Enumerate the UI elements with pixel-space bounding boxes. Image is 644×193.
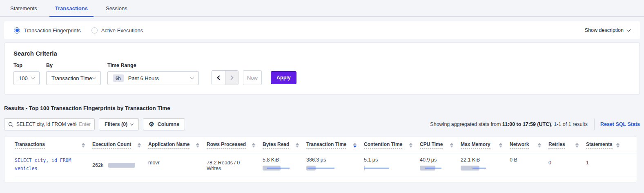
search-criteria-title: Search Criteria bbox=[13, 50, 631, 57]
time-range-group: Time Range 6h Past 6 Hours bbox=[107, 63, 205, 85]
top-select[interactable]: 100 bbox=[13, 71, 40, 85]
sort-icon[interactable] bbox=[450, 143, 453, 148]
column-header-bytes-read[interactable]: Bytes Read bbox=[263, 141, 306, 149]
show-description-label: Show description bbox=[585, 27, 624, 33]
chevron-down-icon bbox=[92, 75, 96, 79]
top-select-value: 100 bbox=[19, 75, 28, 81]
tab-statements[interactable]: Statements bbox=[10, 0, 43, 17]
column-header-transaction-time[interactable]: Transaction Time bbox=[306, 141, 364, 149]
reset-sql-stats-link[interactable]: Reset SQL Stats bbox=[600, 121, 640, 127]
sort-icon[interactable] bbox=[499, 143, 502, 148]
time-range-value: Past 6 Hours bbox=[128, 75, 159, 81]
apply-button[interactable]: Apply bbox=[271, 71, 296, 84]
chevron-down-icon bbox=[190, 75, 194, 79]
tab-sessions[interactable]: Sessions bbox=[100, 0, 133, 17]
search-criteria-controls: Top 100 By Transaction Time Time Range 6… bbox=[13, 63, 631, 85]
sort-icon[interactable] bbox=[616, 143, 619, 148]
chevron-down-icon bbox=[627, 27, 631, 31]
tab-transactions[interactable]: Transactions bbox=[49, 0, 94, 17]
radio-unselected-icon bbox=[91, 27, 98, 34]
sort-icon[interactable] bbox=[82, 143, 85, 148]
application-name-cell: movr bbox=[148, 153, 207, 177]
column-header-network[interactable]: Network bbox=[510, 141, 548, 149]
transactions-table: Transactions Execution Count Application… bbox=[4, 137, 637, 182]
statements-cell: 1 bbox=[586, 153, 627, 177]
retries-cell: 0 bbox=[548, 153, 586, 177]
max-memory-value: 22.1 KiB bbox=[461, 157, 502, 163]
column-header-execution-count[interactable]: Execution Count bbox=[92, 141, 148, 149]
radio-label: Transaction Fingerprints bbox=[24, 27, 81, 34]
stats-suffix: , 1-1 of 1 results bbox=[551, 121, 588, 127]
results-heading: Results - Top 100 Transaction Fingerprin… bbox=[4, 105, 640, 111]
search-box[interactable]: Enter bbox=[4, 118, 95, 130]
show-description-toggle[interactable]: Show description bbox=[585, 27, 630, 33]
sort-icon[interactable] bbox=[538, 143, 541, 148]
radio-transaction-fingerprints[interactable]: Transaction Fingerprints bbox=[14, 27, 81, 34]
search-input[interactable] bbox=[16, 121, 77, 127]
radio-selected-icon bbox=[14, 27, 20, 34]
chevron-down-icon bbox=[130, 122, 134, 125]
bytes-read-cell: 5.8 KiB bbox=[263, 153, 306, 177]
time-range-label: Time Range bbox=[107, 63, 205, 68]
enter-hint: Enter bbox=[79, 121, 91, 127]
now-button[interactable]: Now bbox=[243, 70, 262, 85]
column-header-transactions[interactable]: Transactions bbox=[15, 141, 92, 149]
sort-icon[interactable] bbox=[252, 143, 255, 148]
contention-time-bar bbox=[364, 166, 403, 171]
radio-label: Active Executions bbox=[101, 27, 143, 34]
columns-button[interactable]: Columns bbox=[143, 118, 185, 130]
filters-button[interactable]: Filters (0) bbox=[99, 118, 139, 130]
transaction-time-bar bbox=[306, 166, 345, 171]
network-cell: 0 B bbox=[510, 153, 548, 177]
sort-icon[interactable] bbox=[575, 143, 579, 148]
by-select[interactable]: Transaction Time bbox=[46, 71, 101, 85]
execution-count-cell: 262k bbox=[92, 153, 148, 177]
column-header-contention-time[interactable]: Contention Time bbox=[364, 141, 420, 149]
contention-time-cell: 5.1 µs bbox=[364, 153, 420, 177]
time-window-pager bbox=[212, 70, 238, 85]
radio-active-executions[interactable]: Active Executions bbox=[91, 27, 143, 34]
sort-icon[interactable] bbox=[296, 143, 299, 148]
search-icon bbox=[8, 122, 13, 127]
bytes-read-bar bbox=[263, 166, 301, 171]
column-header-application-name[interactable]: Application Name bbox=[148, 141, 207, 149]
column-header-rows-processed[interactable]: Rows Processed bbox=[207, 141, 263, 149]
column-header-cpu-time[interactable]: CPU Time bbox=[420, 141, 461, 149]
sort-icon[interactable] bbox=[409, 143, 412, 148]
transaction-fingerprint-link[interactable]: SELECT city, id FROM vehicles bbox=[15, 157, 85, 173]
gear-icon bbox=[149, 121, 154, 128]
search-criteria-card: Search Criteria Top 100 By Transaction T… bbox=[4, 43, 640, 94]
columns-label: Columns bbox=[158, 121, 179, 127]
cpu-time-bar bbox=[420, 166, 459, 171]
top-label: Top bbox=[13, 63, 40, 68]
sort-icon[interactable] bbox=[138, 143, 141, 148]
column-header-max-memory[interactable]: Max Memory bbox=[461, 141, 510, 149]
sort-desc-icon[interactable] bbox=[353, 143, 357, 148]
stats-prefix: Showing aggregated stats from bbox=[430, 121, 502, 127]
aggregated-stats-note: Showing aggregated stats from 11:00 to 1… bbox=[430, 121, 588, 127]
rows-processed-cell: 78.2 Reads / 0 Writes bbox=[207, 153, 263, 177]
previous-time-window-button[interactable] bbox=[212, 71, 225, 85]
column-header-statements[interactable]: Statements bbox=[586, 141, 627, 149]
execution-count-value: 262k bbox=[92, 162, 103, 168]
contention-time-value: 5.1 µs bbox=[364, 157, 412, 163]
time-range-select[interactable]: 6h Past 6 Hours bbox=[107, 71, 199, 85]
max-memory-cell: 22.1 KiB bbox=[461, 153, 510, 177]
by-label: By bbox=[46, 63, 101, 68]
transaction-cell: SELECT city, id FROM vehicles bbox=[15, 153, 92, 177]
max-memory-bar bbox=[461, 166, 499, 171]
filters-label: Filters (0) bbox=[105, 121, 127, 127]
sort-icon[interactable] bbox=[196, 143, 199, 148]
execution-count-bar bbox=[108, 163, 135, 168]
view-toggle-row: Transaction Fingerprints Active Executio… bbox=[4, 21, 640, 39]
stats-time-range: 11:00 to 17:59 (UTC) bbox=[502, 121, 551, 127]
next-time-window-button[interactable] bbox=[225, 71, 238, 85]
divider bbox=[594, 119, 595, 130]
column-header-retries[interactable]: Retries bbox=[548, 141, 586, 149]
cpu-time-cell: 40.9 µs bbox=[420, 153, 461, 177]
chevron-right-icon bbox=[229, 75, 233, 80]
tab-bar: Statements Transactions Sessions bbox=[0, 0, 644, 17]
cpu-time-value: 40.9 µs bbox=[420, 157, 453, 163]
bytes-read-value: 5.8 KiB bbox=[263, 157, 299, 163]
by-select-value: Transaction Time bbox=[51, 75, 92, 81]
